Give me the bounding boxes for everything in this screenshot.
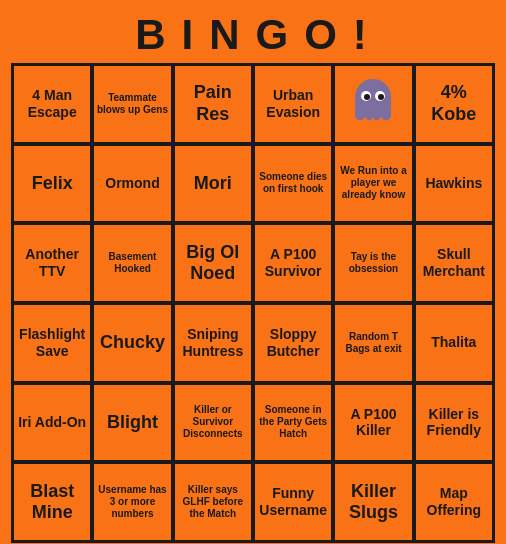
bingo-cell-34: Killer Slugs	[334, 463, 412, 541]
cell-text-15: A P100 Survivor	[257, 246, 329, 280]
cell-text-3: Urban Evasion	[257, 87, 329, 121]
cell-text-34: Killer Slugs	[337, 481, 409, 524]
cell-text-29: Killer is Friendly	[418, 406, 490, 440]
title-letter-i: I	[181, 11, 197, 59]
cell-text-11: Hawkins	[425, 175, 482, 192]
bingo-title: B I N G O !	[11, 11, 495, 59]
bingo-cell-5: 4% Kobe	[415, 65, 493, 143]
bingo-cell-16: Tay is the obsession	[334, 224, 412, 302]
cell-text-28: A P100 Killer	[337, 406, 409, 440]
cell-text-23: Thalita	[431, 334, 476, 351]
cell-text-20: Sniping Huntress	[177, 326, 249, 360]
title-letter-n: N	[209, 11, 243, 59]
bingo-cell-29: Killer is Friendly	[415, 384, 493, 462]
cell-text-5: 4% Kobe	[418, 82, 490, 125]
bingo-cell-11: Hawkins	[415, 145, 493, 223]
bingo-card: B I N G O ! 4 Man EscapeTeammate blows u…	[5, 5, 501, 539]
bingo-cell-13: Basement Hooked	[93, 224, 171, 302]
cell-text-18: Flashlight Save	[16, 326, 88, 360]
bingo-cell-24: Iri Add-On	[13, 384, 91, 462]
cell-text-30: Blast Mine	[16, 481, 88, 524]
cell-text-26: Killer or Survivor Disconnects	[177, 404, 249, 440]
bingo-cell-31: Username has 3 or more numbers	[93, 463, 171, 541]
bingo-cell-8: Mori	[174, 145, 252, 223]
bingo-cell-2: Pain Res	[174, 65, 252, 143]
bingo-cell-28: A P100 Killer	[334, 384, 412, 462]
title-letter-g: G	[256, 11, 293, 59]
cell-text-6: Felix	[32, 173, 73, 195]
svg-rect-1	[355, 97, 391, 117]
bingo-cell-21: Sloppy Butcher	[254, 304, 332, 382]
cell-text-12: Another TTV	[16, 246, 88, 280]
cell-text-16: Tay is the obsession	[337, 251, 409, 275]
bingo-cell-18: Flashlight Save	[13, 304, 91, 382]
cell-text-32: Killer says GLHF before the Match	[177, 484, 249, 520]
title-letter-o: O	[304, 11, 341, 59]
cell-text-21: Sloppy Butcher	[257, 326, 329, 360]
bingo-cell-12: Another TTV	[13, 224, 91, 302]
bingo-cell-19: Chucky	[93, 304, 171, 382]
cell-text-35: Map Offering	[418, 485, 490, 519]
svg-point-4	[364, 94, 370, 100]
bingo-cell-26: Killer or Survivor Disconnects	[174, 384, 252, 462]
bingo-cell-6: Felix	[13, 145, 91, 223]
cell-text-1: Teammate blows up Gens	[96, 92, 168, 116]
cell-text-17: Skull Merchant	[418, 246, 490, 280]
cell-text-8: Mori	[194, 173, 232, 195]
ghost-icon	[343, 72, 403, 135]
bingo-cell-25: Blight	[93, 384, 171, 462]
bingo-cell-32: Killer says GLHF before the Match	[174, 463, 252, 541]
bingo-cell-14: Big Ol Noed	[174, 224, 252, 302]
bingo-cell-7: Ormond	[93, 145, 171, 223]
bingo-cell-22: Random T Bags at exit	[334, 304, 412, 382]
cell-text-25: Blight	[107, 412, 158, 434]
bingo-cell-15: A P100 Survivor	[254, 224, 332, 302]
bingo-cell-3: Urban Evasion	[254, 65, 332, 143]
bingo-cell-9: Someone dies on first hook	[254, 145, 332, 223]
cell-text-22: Random T Bags at exit	[337, 331, 409, 355]
bingo-cell-0: 4 Man Escape	[13, 65, 91, 143]
cell-text-13: Basement Hooked	[96, 251, 168, 275]
bingo-cell-35: Map Offering	[415, 463, 493, 541]
bingo-cell-17: Skull Merchant	[415, 224, 493, 302]
cell-text-10: We Run into a player we already know	[337, 165, 409, 201]
bingo-grid: 4 Man EscapeTeammate blows up GensPain R…	[11, 63, 495, 543]
title-exclamation: !	[353, 11, 371, 59]
bingo-cell-33: Funny Username	[254, 463, 332, 541]
cell-text-27: Someone in the Party Gets Hatch	[257, 404, 329, 440]
cell-text-2: Pain Res	[177, 82, 249, 125]
cell-text-19: Chucky	[100, 332, 165, 354]
cell-text-33: Funny Username	[257, 485, 329, 519]
bingo-cell-30: Blast Mine	[13, 463, 91, 541]
bingo-cell-27: Someone in the Party Gets Hatch	[254, 384, 332, 462]
title-letter-b: B	[135, 11, 169, 59]
bingo-cell-20: Sniping Huntress	[174, 304, 252, 382]
cell-text-14: Big Ol Noed	[177, 242, 249, 285]
cell-text-31: Username has 3 or more numbers	[96, 484, 168, 520]
bingo-cell-10: We Run into a player we already know	[334, 145, 412, 223]
cell-text-24: Iri Add-On	[18, 414, 86, 431]
cell-text-7: Ormond	[105, 175, 159, 192]
cell-text-0: 4 Man Escape	[16, 87, 88, 121]
bingo-cell-1: Teammate blows up Gens	[93, 65, 171, 143]
cell-text-9: Someone dies on first hook	[257, 171, 329, 195]
bingo-cell-23: Thalita	[415, 304, 493, 382]
bingo-cell-4	[334, 65, 412, 143]
svg-point-5	[378, 94, 384, 100]
